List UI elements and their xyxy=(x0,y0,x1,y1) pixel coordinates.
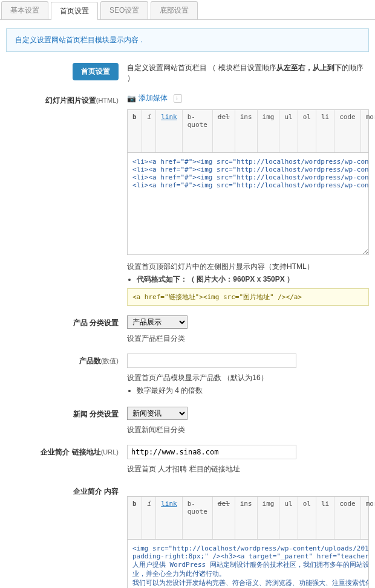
tab-seo[interactable]: SEO设置 xyxy=(100,1,148,19)
ed-more[interactable]: more xyxy=(361,110,375,152)
tab-basic[interactable]: 基本设置 xyxy=(1,1,48,19)
slideshow-bullet: 代码格式如下：（ 图片大小：960PX x 350PX ） xyxy=(137,274,369,285)
news-cat-select[interactable]: 新闻资讯 xyxy=(127,407,188,420)
ed2-b[interactable]: b xyxy=(128,497,142,539)
ed2-link[interactable]: link xyxy=(156,497,183,539)
settings-tabs: 基本设置 首页设置 SEO设置 底部设置 xyxy=(0,0,375,20)
ed-code[interactable]: code xyxy=(334,110,361,152)
ed-b[interactable]: b xyxy=(128,110,142,152)
product-num-label: 产品数(数值) xyxy=(6,354,127,397)
ed-ol[interactable]: ol xyxy=(298,110,316,152)
ed-i[interactable]: i xyxy=(142,110,157,152)
about-url-input[interactable] xyxy=(127,445,296,459)
tab-home[interactable]: 首页设置 xyxy=(51,2,98,20)
news-cat-label: 新闻 分类设置 xyxy=(6,407,127,435)
product-num-desc: 设置首页产品模块显示产品数 （默认为16） xyxy=(127,373,369,383)
ed2-del[interactable]: del xyxy=(213,497,235,539)
section-description: 自定义设置网站首页栏目 （ 模块栏目设置顺序从左至右，从上到下的顺序 ） xyxy=(127,63,369,83)
ed-li[interactable]: li xyxy=(316,110,334,152)
product-cat-select[interactable]: 产品展示 xyxy=(127,315,188,329)
media-icon: 📷 xyxy=(127,94,136,103)
ed-ul[interactable]: ul xyxy=(279,110,298,152)
editor-toolbar-about: b i link b-quote del ins img ul ol li co… xyxy=(127,496,369,539)
ed2-ins[interactable]: ins xyxy=(235,497,258,539)
slideshow-desc: 设置首页顶部幻灯片中的左侧图片显示内容（支持HTML） xyxy=(127,262,369,272)
news-cat-desc: 设置新闻栏目分类 xyxy=(127,425,369,435)
ed-img[interactable]: img xyxy=(258,110,280,152)
editor-toolbar-slideshow: b i link b-quote del ins img ul ol li co… xyxy=(127,109,369,152)
ed-link[interactable]: link xyxy=(156,110,183,152)
about-url-desc: 设置首页 人才招聘 栏目的链接地址 xyxy=(127,464,369,474)
section-badge: 首页设置 xyxy=(73,63,119,80)
about-url-label: 企业简介 链接地址(URL) xyxy=(6,445,127,474)
ed2-more[interactable]: more xyxy=(361,497,375,539)
about-content-textarea[interactable] xyxy=(127,539,369,588)
insert-icon[interactable] xyxy=(174,94,182,103)
ed2-li[interactable]: li xyxy=(316,497,334,539)
add-media-button[interactable]: 📷 添加媒体 xyxy=(127,93,168,103)
ed2-img[interactable]: img xyxy=(258,497,280,539)
about-content-label: 企业简介 内容 xyxy=(6,484,127,588)
ed2-code[interactable]: code xyxy=(334,497,361,539)
ed-bquote[interactable]: b-quote xyxy=(183,110,213,152)
ed-del[interactable]: del xyxy=(213,110,235,152)
product-num-bullet: 数字最好为 4 的倍数 xyxy=(137,386,369,396)
info-box: 自定义设置网站首页栏目模块显示内容 . xyxy=(6,28,369,52)
slideshow-textarea[interactable] xyxy=(127,152,369,255)
ed2-ol[interactable]: ol xyxy=(298,497,316,539)
ed2-bquote[interactable]: b-quote xyxy=(183,497,213,539)
tab-footer[interactable]: 底部设置 xyxy=(151,1,198,19)
slideshow-label: 幻灯片图片设置(HTML) xyxy=(6,93,127,306)
ed2-ul[interactable]: ul xyxy=(279,497,298,539)
ed2-i[interactable]: i xyxy=(142,497,157,539)
product-num-input[interactable] xyxy=(127,354,296,368)
ed-ins[interactable]: ins xyxy=(235,110,258,152)
product-cat-label: 产品 分类设置 xyxy=(6,315,127,344)
code-hint: <a href="链接地址"><img src="图片地址" /></a> xyxy=(127,288,369,306)
product-cat-desc: 设置产品栏目分类 xyxy=(127,334,369,344)
